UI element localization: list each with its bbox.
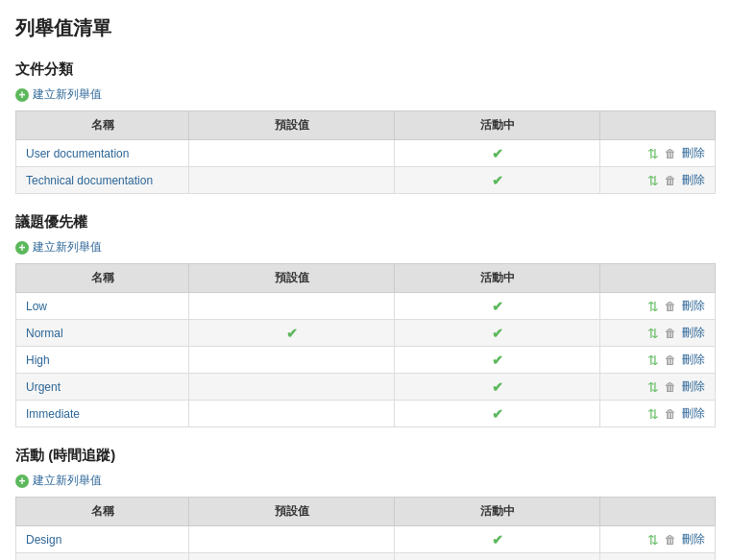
sort-icon[interactable]: ⇅ [647, 173, 659, 188]
sort-icon[interactable]: ⇅ [647, 353, 659, 368]
col-header-3 [600, 111, 716, 140]
row-actions: ⇅🗑刪除 [600, 553, 716, 561]
plus-icon: + [15, 241, 29, 255]
trash-icon[interactable]: 🗑 [665, 300, 676, 313]
plus-icon: + [15, 475, 29, 488]
section-heading-doc-category: 文件分類 [15, 61, 716, 79]
row-active: ✔ [395, 320, 600, 347]
check-icon: ✔ [492, 173, 503, 188]
col-header-0: 名稱 [16, 111, 189, 140]
col-header-1: 預設值 [189, 111, 395, 140]
trash-icon[interactable]: 🗑 [665, 380, 676, 394]
sort-icon[interactable]: ⇅ [647, 326, 659, 341]
delete-button[interactable]: 刪除 [682, 531, 705, 548]
row-actions: ⇅🗑刪除 [600, 293, 716, 320]
row-active: ✔ [395, 140, 600, 167]
row-active: ✔ [395, 374, 600, 401]
row-name[interactable]: User documentation [16, 140, 189, 167]
sort-icon[interactable]: ⇅ [647, 379, 659, 395]
table-row: Design✔⇅🗑刪除 [16, 526, 716, 553]
table-row: Low✔⇅🗑刪除 [16, 293, 716, 320]
table-row: Urgent✔⇅🗑刪除 [16, 374, 716, 401]
row-default [189, 374, 395, 401]
col-header-3 [600, 498, 716, 526]
create-label: 建立新列舉值 [33, 239, 102, 256]
row-name[interactable]: Design [16, 526, 189, 553]
table-row: Development✔⇅🗑刪除 [16, 553, 716, 561]
col-header-3 [600, 264, 716, 293]
row-active: ✔ [395, 347, 600, 374]
create-link-activity-time[interactable]: +建立新列舉值 [15, 473, 716, 489]
check-icon: ✔ [492, 146, 503, 161]
delete-button[interactable]: 刪除 [682, 378, 705, 395]
delete-button[interactable]: 刪除 [682, 352, 705, 368]
col-header-1: 預設值 [189, 264, 395, 293]
check-icon: ✔ [492, 326, 503, 341]
table-row: Normal✔✔⇅🗑刪除 [16, 320, 716, 347]
delete-button[interactable]: 刪除 [682, 325, 705, 341]
trash-icon[interactable]: 🗑 [665, 174, 676, 187]
sort-icon[interactable]: ⇅ [647, 146, 659, 161]
row-default [189, 167, 395, 194]
trash-icon[interactable]: 🗑 [665, 353, 676, 367]
col-header-0: 名稱 [16, 498, 189, 526]
row-name[interactable]: Low [16, 293, 189, 320]
col-header-2: 活動中 [395, 111, 600, 140]
table-row: User documentation✔⇅🗑刪除 [16, 140, 716, 167]
row-default [189, 347, 395, 374]
row-default [189, 526, 395, 553]
section-activity-time: 活動 (時間追蹤)+建立新列舉值名稱預設值活動中Design✔⇅🗑刪除Devel… [15, 447, 716, 560]
col-header-2: 活動中 [395, 264, 600, 293]
row-actions: ⇅🗑刪除 [600, 401, 716, 427]
create-label: 建立新列舉值 [33, 473, 102, 489]
trash-icon[interactable]: 🗑 [665, 407, 676, 421]
row-name[interactable]: Urgent [16, 374, 189, 401]
row-actions: ⇅🗑刪除 [600, 374, 716, 401]
table-row: High✔⇅🗑刪除 [16, 347, 716, 374]
table-doc-category: 名稱預設值活動中User documentation✔⇅🗑刪除Technical… [15, 110, 716, 194]
section-doc-category: 文件分類+建立新列舉值名稱預設值活動中User documentation✔⇅🗑… [15, 61, 716, 194]
section-heading-activity-time: 活動 (時間追蹤) [15, 447, 716, 465]
table-issue-priority: 名稱預設值活動中Low✔⇅🗑刪除Normal✔✔⇅🗑刪除High✔⇅🗑刪除Urg… [15, 263, 716, 427]
check-icon: ✔ [492, 532, 503, 548]
trash-icon[interactable]: 🗑 [665, 147, 676, 160]
sort-icon[interactable]: ⇅ [647, 406, 659, 422]
section-heading-issue-priority: 議題優先權 [15, 213, 716, 231]
trash-icon[interactable]: 🗑 [665, 533, 676, 547]
sort-icon[interactable]: ⇅ [647, 299, 659, 314]
check-icon: ✔ [492, 299, 503, 314]
col-header-2: 活動中 [395, 498, 600, 526]
row-name[interactable]: High [16, 347, 189, 374]
delete-button[interactable]: 刪除 [682, 145, 705, 161]
check-icon: ✔ [492, 379, 503, 395]
row-name[interactable]: Technical documentation [16, 167, 189, 194]
row-name[interactable]: Normal [16, 320, 189, 347]
row-name[interactable]: Immediate [16, 401, 189, 427]
delete-button[interactable]: 刪除 [682, 298, 705, 314]
delete-button[interactable]: 刪除 [682, 405, 705, 422]
create-label: 建立新列舉值 [33, 86, 102, 103]
row-active: ✔ [395, 553, 600, 561]
row-actions: ⇅🗑刪除 [600, 320, 716, 347]
section-issue-priority: 議題優先權+建立新列舉值名稱預設值活動中Low✔⇅🗑刪除Normal✔✔⇅🗑刪除… [15, 213, 716, 427]
check-icon: ✔ [492, 353, 503, 368]
table-activity-time: 名稱預設值活動中Design✔⇅🗑刪除Development✔⇅🗑刪除 [15, 497, 716, 560]
row-default [189, 553, 395, 561]
col-header-1: 預設值 [189, 498, 395, 526]
row-name[interactable]: Development [16, 553, 189, 561]
row-actions: ⇅🗑刪除 [600, 167, 716, 194]
create-link-doc-category[interactable]: +建立新列舉值 [15, 86, 716, 103]
check-icon: ✔ [492, 406, 503, 422]
delete-button[interactable]: 刪除 [682, 172, 705, 188]
row-active: ✔ [395, 526, 600, 553]
plus-icon: + [15, 88, 29, 102]
trash-icon[interactable]: 🗑 [665, 327, 676, 340]
row-actions: ⇅🗑刪除 [600, 140, 716, 167]
row-default [189, 140, 395, 167]
create-link-issue-priority[interactable]: +建立新列舉值 [15, 239, 716, 256]
row-actions: ⇅🗑刪除 [600, 526, 716, 553]
table-row: Immediate✔⇅🗑刪除 [16, 401, 716, 427]
row-default [189, 293, 395, 320]
sort-icon[interactable]: ⇅ [647, 532, 659, 548]
page-title: 列舉值清單 [15, 15, 716, 41]
